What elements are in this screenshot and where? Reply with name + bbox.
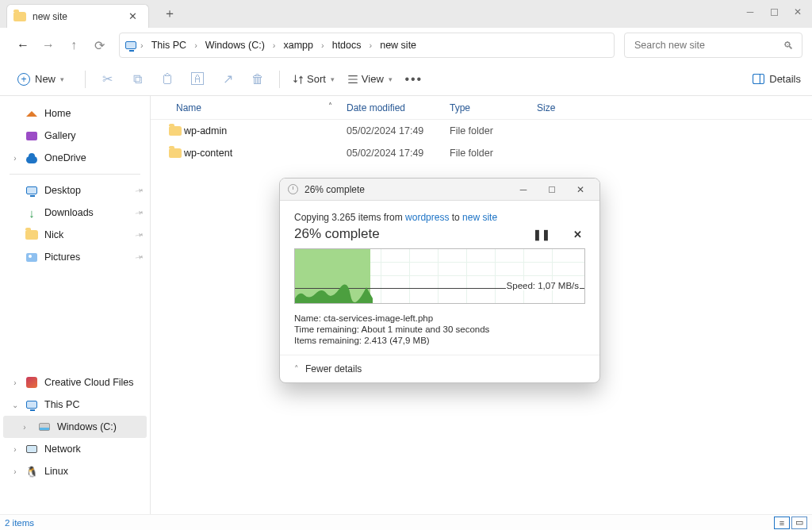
details-pane-button[interactable]: Details [753, 73, 801, 85]
details-label: Details [769, 73, 801, 85]
address-bar: ← → ↑ ⟳ › This PC › Windows (C:) › xampp… [0, 28, 812, 63]
column-header-size[interactable]: Size [537, 102, 592, 113]
sidebar-item-windows-c[interactable]: ›Windows (C:) [3, 416, 147, 438]
sidebar-item-gallery[interactable]: Gallery [3, 125, 147, 147]
sidebar-item-linux[interactable]: ›🐧Linux [3, 460, 147, 482]
sidebar-item-onedrive[interactable]: ›OneDrive [3, 147, 147, 169]
sidebar-item-network[interactable]: ›Network [3, 438, 147, 460]
sidebar-item-desktop[interactable]: Desktop📌︎ [3, 179, 147, 202]
chevron-right-icon[interactable]: › [368, 40, 374, 50]
progress-graph: Speed: 1,07 MB/s [294, 248, 585, 304]
share-button[interactable]: ↗ [214, 68, 241, 90]
new-tab-button[interactable]: ＋ [163, 6, 176, 22]
chevron-right-icon[interactable]: › [271, 40, 278, 50]
column-header-type[interactable]: Type [450, 102, 537, 113]
more-button[interactable]: ••• [400, 68, 427, 90]
window-close-button[interactable]: ✕ [787, 3, 809, 21]
nav-refresh-button[interactable]: ⟳ [87, 33, 111, 57]
expander-icon[interactable]: › [10, 154, 21, 163]
breadcrumb-segment[interactable]: Windows (C:) [201, 38, 270, 52]
fewer-details-button[interactable]: ˄ Fewer details [294, 363, 585, 374]
nav-up-button[interactable]: ↑ [62, 33, 86, 57]
rename-button[interactable]: 🄰 [184, 68, 211, 90]
expander-icon[interactable]: › [19, 423, 30, 432]
folder-icon [25, 229, 38, 241]
copy-progress-dialog: 26% complete ─ ✕ Copying 3.265 items fro… [279, 178, 600, 383]
view-icons-button[interactable]: ▭ [791, 517, 807, 529]
breadcrumb-segment[interactable]: xampp [278, 38, 318, 52]
search-input[interactable] [633, 39, 776, 52]
view-label: View [362, 73, 384, 85]
sort-button[interactable]: Sort ▾ [288, 71, 339, 87]
search-box[interactable]: 🔍︎ [624, 33, 802, 58]
chevron-up-icon: ˄ [294, 364, 299, 374]
search-icon[interactable]: 🔍︎ [783, 40, 794, 52]
view-details-button[interactable]: ≡ [774, 517, 790, 529]
dialog-minimize-button[interactable]: ─ [512, 181, 534, 198]
sidebar-item-nick[interactable]: Nick📌︎ [3, 224, 147, 246]
separator [279, 71, 280, 88]
nav-back-button[interactable]: ← [11, 33, 35, 57]
cancel-button[interactable]: ✕ [570, 227, 585, 242]
column-header-name[interactable]: Name˄ [176, 102, 347, 113]
expander-icon[interactable]: › [10, 378, 21, 387]
paste-button[interactable]: 📋︎ [154, 68, 181, 90]
sort-label: Sort [307, 73, 326, 85]
file-type: File folder [450, 125, 537, 136]
pause-button[interactable]: ❚❚ [530, 227, 553, 242]
source-link[interactable]: wordpress [405, 212, 449, 223]
chevron-right-icon[interactable]: › [320, 40, 326, 50]
pin-icon: 📌︎ [133, 206, 146, 219]
creative-cloud-icon [25, 376, 38, 389]
sidebar-item-downloads[interactable]: ↓Downloads📌︎ [3, 202, 147, 224]
sidebar-label: Linux [44, 466, 68, 477]
expander-icon[interactable]: ⌄ [10, 401, 21, 409]
breadcrumb-segment[interactable]: This PC [147, 38, 191, 52]
window-tab[interactable]: new site ✕ [6, 4, 149, 28]
sidebar-item-creative-cloud[interactable]: ›Creative Cloud Files [3, 371, 147, 394]
file-date: 05/02/2024 17:49 [347, 125, 450, 136]
separator [85, 71, 86, 88]
file-type: File folder [450, 148, 537, 159]
dialog-titlebar[interactable]: 26% complete ─ ✕ [280, 179, 599, 201]
view-button[interactable]: View ▾ [343, 71, 397, 87]
new-button[interactable]: + New ▾ [11, 71, 71, 88]
file-row[interactable]: wp-admin05/02/2024 17:49File folder [151, 120, 812, 142]
sidebar-label: Gallery [44, 130, 76, 141]
folder-icon [169, 126, 182, 136]
column-header-date[interactable]: Date modified [347, 102, 450, 113]
cut-button[interactable]: ✂ [94, 68, 121, 90]
chevron-right-icon[interactable]: › [139, 40, 145, 50]
fewer-details-label: Fewer details [305, 363, 362, 374]
destination-link[interactable]: new site [462, 212, 497, 223]
breadcrumb-segment[interactable]: new site [375, 38, 421, 52]
expander-icon[interactable]: › [10, 467, 21, 476]
breadcrumb[interactable]: › This PC › Windows (C:) › xampp › htdoc… [119, 33, 615, 58]
pictures-icon [25, 251, 38, 263]
window-minimize-button[interactable]: ─ [739, 3, 761, 21]
expander-icon[interactable]: › [10, 445, 21, 454]
clock-icon [288, 184, 298, 194]
gallery-icon [25, 129, 38, 142]
monitor-icon [124, 39, 137, 52]
delete-button[interactable]: 🗑︎ [244, 68, 271, 90]
chevron-down-icon: ▾ [60, 75, 64, 83]
sidebar-item-home[interactable]: Home [3, 102, 147, 125]
chevron-right-icon[interactable]: › [193, 40, 199, 50]
file-row[interactable]: wp-content05/02/2024 17:49File folder [151, 142, 812, 164]
info-items: Items remaining: 2.413 (47,9 MB) [294, 336, 585, 345]
chevron-down-icon: ▾ [331, 75, 335, 83]
sidebar-label: OneDrive [44, 152, 86, 163]
sidebar-item-pictures[interactable]: Pictures📌︎ [3, 246, 147, 268]
copy-button[interactable]: ⧉ [124, 68, 151, 90]
sidebar-item-this-pc[interactable]: ⌄This PC [3, 394, 147, 416]
nav-forward-button[interactable]: → [36, 33, 60, 57]
download-icon: ↓ [25, 206, 38, 219]
titlebar: new site ✕ ＋ ─ ✕ [0, 0, 812, 28]
list-icon [347, 74, 358, 85]
dialog-close-button[interactable]: ✕ [569, 181, 592, 198]
tab-close-button[interactable]: ✕ [125, 9, 140, 24]
dialog-maximize-button[interactable] [541, 181, 563, 198]
breadcrumb-segment[interactable]: htdocs [327, 38, 366, 52]
window-maximize-button[interactable] [763, 3, 785, 21]
